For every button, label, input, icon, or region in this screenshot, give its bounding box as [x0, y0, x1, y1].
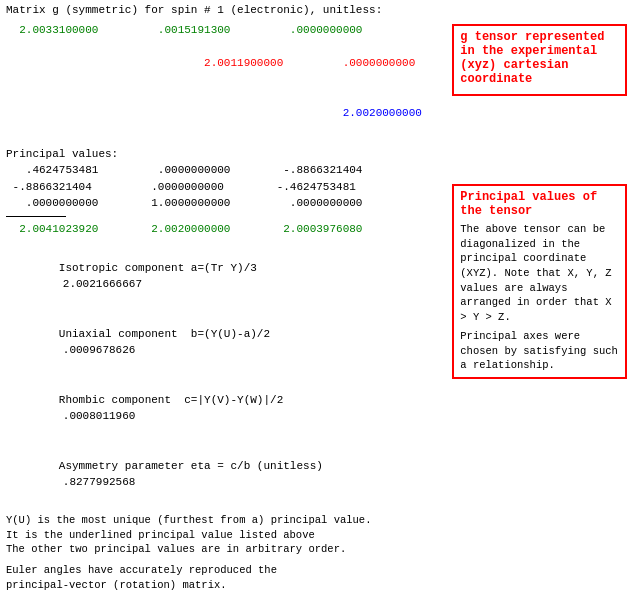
principal-label: Principal values:: [6, 146, 448, 163]
euler-intro2: principal-vector (rotation) matrix.: [6, 578, 448, 593]
gtensor-box: g tensor represented in the experimental…: [452, 24, 627, 96]
principal-box-title: Principal values of the tensor: [460, 190, 619, 218]
euler-intro: Euler angles have accurately reproduced …: [6, 563, 448, 578]
asym-line: Asymmetry parameter eta = c/b (unitless)…: [6, 441, 448, 507]
matrix-header: Matrix g (symmetric) for spin # 1 (elect…: [6, 4, 448, 16]
matrix-row2: 2.0011900000 .0000000000: [6, 39, 448, 89]
gtensor-box-title: g tensor represented in the experimental…: [460, 30, 619, 86]
iso-line: Isotropic component a=(Tr Y)/3 2.0021666…: [6, 243, 448, 309]
note3: The other two principal values are in ar…: [6, 542, 448, 557]
pv-row4: 2.0041023920 2.0020000000 2.0003976080: [6, 221, 448, 238]
principal-box: Principal values of the tensor The above…: [452, 184, 627, 379]
uni-line: Uniaxial component b=(Y(U)-a)/2 .0009678…: [6, 309, 448, 375]
pv-row1: .4624753481 .0000000000 -.8866321404: [6, 162, 448, 179]
matrix-row3: 2.0020000000: [6, 88, 448, 138]
note1: Y(U) is the most unique (furthest from a…: [6, 513, 448, 528]
matrix-row1: 2.0033100000 .0015191300 .0000000000: [6, 22, 448, 39]
pv-row2: -.8866321404 .0000000000 -.4624753481: [6, 179, 448, 196]
principal-box-text2: Principal axes were chosen by satisfying…: [460, 329, 619, 373]
divider: [6, 216, 66, 217]
note2: It is the underlined principal value lis…: [6, 528, 448, 543]
pv-row3: .0000000000 1.0000000000 .0000000000: [6, 195, 448, 212]
principal-box-text1: The above tensor can be diagonalized in …: [460, 222, 619, 325]
rhom-line: Rhombic component c=|Y(V)-Y(W)|/2 .00080…: [6, 375, 448, 441]
